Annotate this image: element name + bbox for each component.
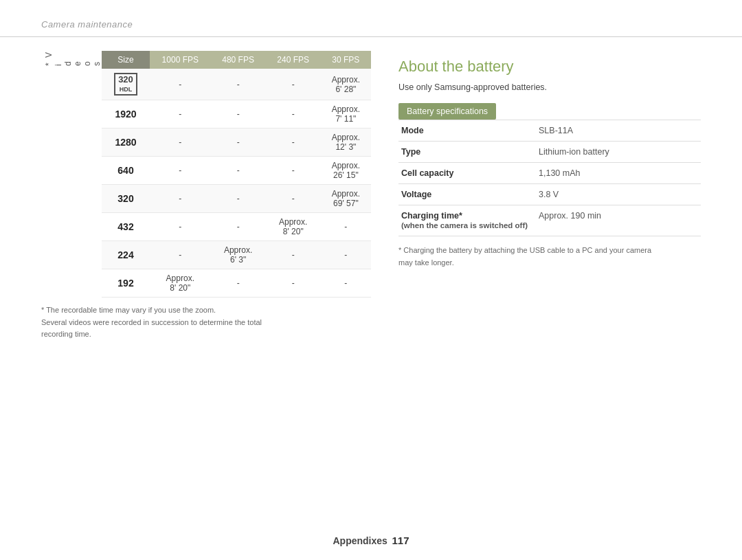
size-cell: 224	[102, 241, 150, 269]
data-cell: Approx. 8' 20"	[150, 269, 211, 298]
data-cell: Approx. 6' 28"	[321, 69, 371, 100]
battery-title: About the battery	[398, 58, 701, 76]
data-cell: Approx. 12' 3"	[321, 128, 371, 157]
page-container: Camera maintenance * Videos Size 1000 FP…	[0, 0, 742, 560]
col-header-1000fps: 1000 FPS	[150, 51, 211, 69]
table-row: 192Approx. 8' 20"---	[102, 269, 371, 298]
page-footer: Appendixes 117	[0, 535, 742, 546]
footer-page: 117	[392, 535, 409, 546]
spec-label: Charging time*(when the camera is switch…	[398, 205, 536, 236]
section-title: Camera maintenance	[41, 19, 133, 30]
data-cell: -	[150, 213, 211, 241]
col-header-30fps: 30 FPS	[321, 51, 371, 69]
size-cell: 640	[102, 157, 150, 185]
data-cell: Approx. 69' 57"	[321, 185, 371, 213]
size-cell: 192	[102, 269, 150, 298]
spec-value: SLB-11A	[536, 120, 701, 142]
data-cell: -	[150, 69, 211, 100]
spec-label: Voltage	[398, 184, 536, 205]
data-cell: -	[321, 241, 371, 269]
battery-specs-header: Battery specifications	[398, 103, 496, 120]
table-note: * The recordable time may vary if you us…	[41, 304, 371, 341]
data-cell: -	[266, 100, 321, 128]
video-table: Size 1000 FPS 480 FPS 240 FPS 30 FPS 320…	[102, 51, 371, 298]
table-row: 320---Approx. 69' 57"	[102, 185, 371, 213]
size-cell: 320HDL	[102, 69, 150, 100]
footer-label: Appendixes	[333, 535, 387, 546]
spec-row: TypeLithium-ion battery	[398, 142, 701, 163]
spec-row: Voltage3.8 V	[398, 184, 701, 205]
table-wrapper: * Videos Size 1000 FPS 480 FPS 240 FPS 3…	[41, 51, 371, 298]
data-cell: -	[211, 157, 266, 185]
data-cell: -	[266, 185, 321, 213]
col-header-240fps: 240 FPS	[266, 51, 321, 69]
table-row: 224-Approx. 6' 3"--	[102, 241, 371, 269]
data-cell: -	[211, 128, 266, 157]
data-cell: -	[211, 69, 266, 100]
data-cell: -	[150, 185, 211, 213]
size-cell: 432	[102, 213, 150, 241]
data-cell: -	[321, 269, 371, 298]
data-cell: -	[211, 100, 266, 128]
data-cell: -	[266, 241, 321, 269]
spec-row: Cell capacity1,130 mAh	[398, 163, 701, 184]
side-vertical-label: * Videos	[41, 51, 102, 73]
table-row: 1920---Approx. 7' 11"	[102, 100, 371, 128]
table-row: 432--Approx. 8' 20"-	[102, 213, 371, 241]
spec-label: Type	[398, 142, 536, 163]
main-content: * Videos Size 1000 FPS 480 FPS 240 FPS 3…	[0, 37, 742, 355]
data-cell: -	[150, 128, 211, 157]
left-column: * Videos Size 1000 FPS 480 FPS 240 FPS 3…	[41, 51, 371, 341]
data-cell: -	[211, 213, 266, 241]
header-section: Camera maintenance	[0, 0, 742, 37]
data-cell: -	[150, 100, 211, 128]
spec-value: Approx. 190 min	[536, 205, 701, 236]
data-cell: -	[266, 128, 321, 157]
col-header-480fps: 480 FPS	[211, 51, 266, 69]
battery-subtitle: Use only Samsung-approved batteries.	[398, 82, 701, 92]
data-cell: -	[211, 269, 266, 298]
data-cell: -	[266, 157, 321, 185]
battery-note: * Charging the battery by attaching the …	[398, 245, 701, 269]
spec-value: 1,130 mAh	[536, 163, 701, 184]
spec-row: Charging time*(when the camera is switch…	[398, 205, 701, 236]
data-cell: -	[150, 157, 211, 185]
size-cell: 1920	[102, 100, 150, 128]
data-cell: Approx. 8' 20"	[266, 213, 321, 241]
table-row: 320HDL---Approx. 6' 28"	[102, 69, 371, 100]
data-cell: Approx. 6' 3"	[211, 241, 266, 269]
spec-label: Cell capacity	[398, 163, 536, 184]
spec-value: 3.8 V	[536, 184, 701, 205]
spec-row: ModeSLB-11A	[398, 120, 701, 142]
data-cell: -	[266, 69, 321, 100]
data-cell: -	[321, 213, 371, 241]
right-column: About the battery Use only Samsung-appro…	[398, 51, 701, 341]
spec-label: Mode	[398, 120, 536, 142]
size-cell: 320	[102, 185, 150, 213]
spec-value: Lithium-ion battery	[536, 142, 701, 163]
data-cell: -	[266, 269, 321, 298]
table-row: 1280---Approx. 12' 3"	[102, 128, 371, 157]
data-cell: -	[211, 185, 266, 213]
data-cell: Approx. 7' 11"	[321, 100, 371, 128]
col-header-size: Size	[102, 51, 150, 69]
data-cell: Approx. 26' 15"	[321, 157, 371, 185]
size-cell: 1280	[102, 128, 150, 157]
data-cell: -	[150, 241, 211, 269]
specs-table: ModeSLB-11ATypeLithium-ion batteryCell c…	[398, 120, 701, 236]
table-row: 640---Approx. 26' 15"	[102, 157, 371, 185]
